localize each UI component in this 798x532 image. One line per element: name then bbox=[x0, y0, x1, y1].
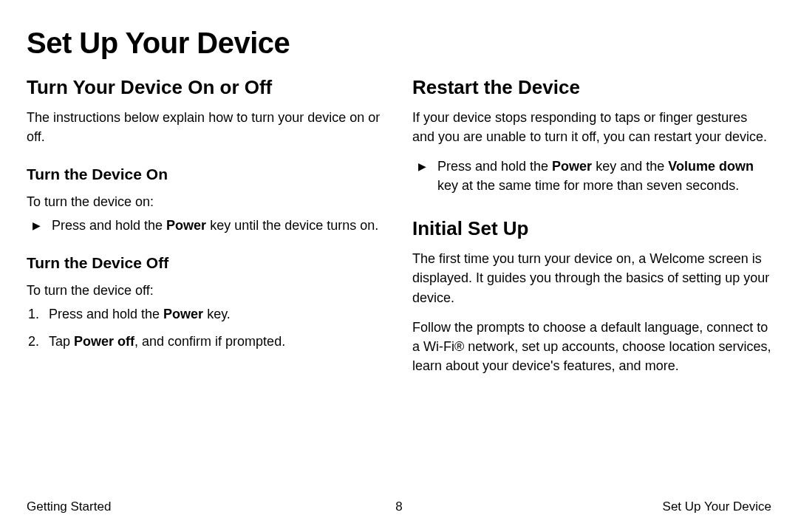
triangle-icon: ▶ bbox=[33, 216, 52, 233]
lead-turn-on: To turn the device on: bbox=[27, 192, 386, 211]
text-bold: Power bbox=[163, 307, 203, 321]
page-footer: Getting Started 8 Set Up Your Device bbox=[27, 499, 771, 514]
lead-turn-off: To turn the device off: bbox=[27, 281, 386, 300]
footer-left: Getting Started bbox=[27, 499, 111, 514]
heading-turn-on: Turn the Device On bbox=[27, 166, 386, 183]
content-columns: Turn Your Device On or Off The instructi… bbox=[27, 76, 771, 386]
bullet-restart: ▶ Press and hold the Power key and the V… bbox=[412, 157, 771, 195]
heading-turn-off: Turn the Device Off bbox=[27, 254, 386, 272]
text-bold: Power bbox=[552, 159, 592, 174]
bullet-turn-on: ▶ Press and hold the Power key until the… bbox=[27, 216, 386, 235]
text-pre: Press and hold the bbox=[52, 218, 166, 233]
text-bold: Power bbox=[166, 218, 206, 233]
heading-initial-setup: Initial Set Up bbox=[412, 217, 771, 240]
text-post: key at the same time for more than seven… bbox=[437, 178, 739, 193]
text-pre: Tap bbox=[49, 334, 74, 349]
step-number: 2. bbox=[28, 332, 49, 351]
text-mid: key and the bbox=[592, 159, 668, 174]
step-number: 1. bbox=[28, 304, 49, 324]
text-post: key until the device turns on. bbox=[206, 218, 378, 233]
footer-right: Set Up Your Device bbox=[663, 499, 771, 514]
heading-turn-on-off: Turn Your Device On or Off bbox=[27, 76, 386, 99]
step-1: 1. Press and hold the Power key. bbox=[27, 304, 386, 324]
intro-restart: If your device stops responding to taps … bbox=[412, 108, 771, 146]
step-1-text: Press and hold the Power key. bbox=[49, 304, 386, 324]
right-column: Restart the Device If your device stops … bbox=[412, 76, 771, 386]
footer-page-number: 8 bbox=[395, 499, 402, 514]
page-title: Set Up Your Device bbox=[27, 27, 771, 60]
step-2: 2. Tap Power off, and confirm if prompte… bbox=[27, 332, 386, 351]
initial-p1: The first time you turn your device on, … bbox=[412, 249, 771, 307]
text-post: , and confirm if prompted. bbox=[134, 334, 285, 349]
text-bold: Power off bbox=[74, 334, 134, 349]
intro-turn-on-off: The instructions below explain how to tu… bbox=[27, 108, 386, 146]
text-bold: Volume down bbox=[668, 159, 754, 174]
initial-p2: Follow the prompts to choose a default l… bbox=[412, 318, 771, 375]
left-column: Turn Your Device On or Off The instructi… bbox=[27, 76, 386, 386]
heading-restart: Restart the Device bbox=[412, 76, 771, 99]
text-post: key. bbox=[203, 307, 231, 321]
triangle-icon: ▶ bbox=[418, 157, 437, 174]
bullet-restart-text: Press and hold the Power key and the Vol… bbox=[437, 157, 771, 195]
bullet-turn-on-text: Press and hold the Power key until the d… bbox=[52, 216, 386, 235]
text-pre: Press and hold the bbox=[437, 159, 552, 174]
text-pre: Press and hold the bbox=[49, 307, 163, 321]
step-2-text: Tap Power off, and confirm if prompted. bbox=[49, 332, 386, 351]
